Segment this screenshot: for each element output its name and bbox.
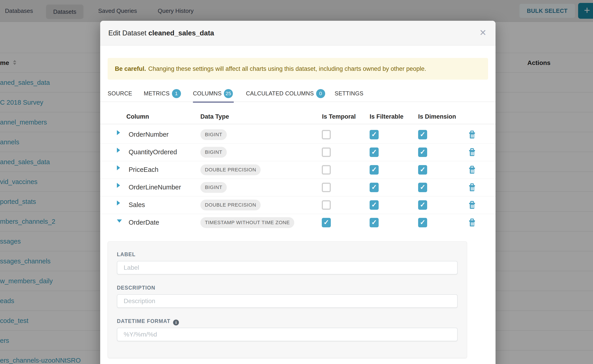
delete-column-icon[interactable] — [468, 148, 476, 157]
data-type-pill: BIGINT — [200, 182, 227, 193]
tab-label: COLUMNS — [193, 90, 222, 97]
column-row-quantityordered: QuantityOrderedBIGINT✓✓ — [100, 144, 495, 161]
column-row-sales: SalesDOUBLE PRECISION✓✓ — [100, 196, 495, 214]
data-type-pill: TIMESTAMP WITHOUT TIME ZONE — [200, 217, 294, 228]
column-row-ordernumber: OrderNumberBIGINT✓✓ — [100, 126, 495, 144]
description-heading: DESCRIPTION — [117, 285, 155, 291]
is-filterable-checkbox[interactable]: ✓ — [370, 218, 379, 227]
label-input[interactable] — [117, 261, 458, 274]
tab-source[interactable]: SOURCE — [108, 85, 132, 102]
label-heading: LABEL — [117, 252, 136, 258]
tab-columns[interactable]: COLUMNS25 — [193, 85, 233, 102]
is-dimension-checkbox[interactable]: ✓ — [418, 200, 427, 210]
modal-header: Edit Dataset cleaned_sales_data ✕ — [100, 21, 495, 46]
column-name: Sales — [129, 196, 145, 214]
is-filterable-checkbox[interactable]: ✓ — [370, 148, 379, 157]
is-filterable-checkbox[interactable]: ✓ — [370, 130, 379, 139]
delete-column-icon[interactable] — [468, 201, 476, 209]
column-detail-panel: LABEL DESCRIPTION DATETIME FORMATi — [108, 241, 467, 358]
close-icon[interactable]: ✕ — [479, 21, 487, 46]
info-icon[interactable]: i — [173, 319, 179, 325]
collapse-caret-icon[interactable] — [117, 220, 122, 223]
is-temporal-checkbox[interactable]: ✓ — [322, 218, 331, 227]
is-filterable-checkbox[interactable]: ✓ — [370, 183, 379, 192]
expand-caret-icon[interactable] — [117, 183, 120, 188]
columns-table-header: Column Data Type Is Temporal Is Filterab… — [100, 111, 495, 124]
tab-label: SOURCE — [108, 90, 132, 97]
is-filterable-checkbox[interactable]: ✓ — [370, 200, 379, 210]
tab-settings[interactable]: SETTINGS — [335, 85, 363, 102]
data-type-pill: DOUBLE PRECISION — [200, 200, 261, 210]
tab-label: METRICS — [144, 90, 170, 97]
tab-calculated-columns[interactable]: CALCULATED COLUMNS0 — [246, 85, 325, 102]
is-temporal-checkbox[interactable] — [322, 183, 331, 192]
data-type-pill: DOUBLE PRECISION — [200, 164, 261, 175]
expand-caret-icon[interactable] — [117, 165, 120, 170]
expand-caret-icon[interactable] — [117, 130, 120, 135]
datetime-format-heading: DATETIME FORMATi — [117, 318, 179, 325]
column-name: QuantityOrdered — [129, 144, 177, 161]
tabbar-divider — [100, 102, 495, 102]
expand-caret-icon[interactable] — [117, 201, 120, 205]
tab-label: CALCULATED COLUMNS — [246, 90, 314, 97]
tab-count-badge: 25 — [224, 89, 233, 98]
expand-caret-icon[interactable] — [117, 148, 120, 153]
modal-title: Edit Dataset cleaned_sales_data — [108, 21, 214, 46]
data-type-pill: BIGINT — [200, 129, 227, 140]
column-row-priceeach: PriceEachDOUBLE PRECISION✓✓ — [100, 161, 495, 179]
column-row-orderdate: OrderDateTIMESTAMP WITHOUT TIME ZONE✓✓✓ — [100, 214, 495, 232]
column-name: PriceEach — [129, 161, 158, 179]
is-dimension-checkbox[interactable]: ✓ — [418, 218, 427, 227]
delete-column-icon[interactable] — [468, 183, 476, 192]
is-filterable-checkbox[interactable]: ✓ — [370, 165, 379, 175]
delete-column-icon[interactable] — [468, 130, 476, 139]
is-temporal-checkbox[interactable] — [322, 165, 331, 175]
edit-dataset-modal: Edit Dataset cleaned_sales_data ✕ Be car… — [100, 21, 495, 364]
screen: DatabasesDatasetsSaved QueriesQuery Hist… — [0, 0, 593, 364]
is-dimension-checkbox[interactable]: ✓ — [418, 165, 427, 175]
tab-count-badge: 1 — [172, 89, 181, 98]
is-dimension-checkbox[interactable]: ✓ — [418, 148, 427, 157]
data-type-pill: BIGINT — [200, 147, 227, 158]
tab-label: SETTINGS — [335, 90, 363, 97]
column-name: OrderDate — [129, 214, 159, 232]
is-temporal-checkbox[interactable] — [322, 148, 331, 157]
column-name: OrderNumber — [129, 126, 169, 144]
column-name: OrderLineNumber — [129, 179, 181, 196]
delete-column-icon[interactable] — [468, 166, 476, 174]
tab-count-badge: 0 — [316, 89, 325, 98]
delete-column-icon[interactable] — [468, 219, 476, 227]
datetime-format-input[interactable] — [117, 328, 458, 341]
description-input[interactable] — [117, 294, 458, 308]
is-dimension-checkbox[interactable]: ✓ — [418, 183, 427, 192]
warning-banner: Be careful.Changing these settings will … — [108, 58, 488, 80]
is-temporal-checkbox[interactable] — [322, 130, 331, 139]
is-dimension-checkbox[interactable]: ✓ — [418, 130, 427, 139]
is-temporal-checkbox[interactable] — [322, 200, 331, 210]
tab-metrics[interactable]: METRICS1 — [144, 85, 181, 102]
column-row-orderlinenumber: OrderLineNumberBIGINT✓✓ — [100, 179, 495, 196]
